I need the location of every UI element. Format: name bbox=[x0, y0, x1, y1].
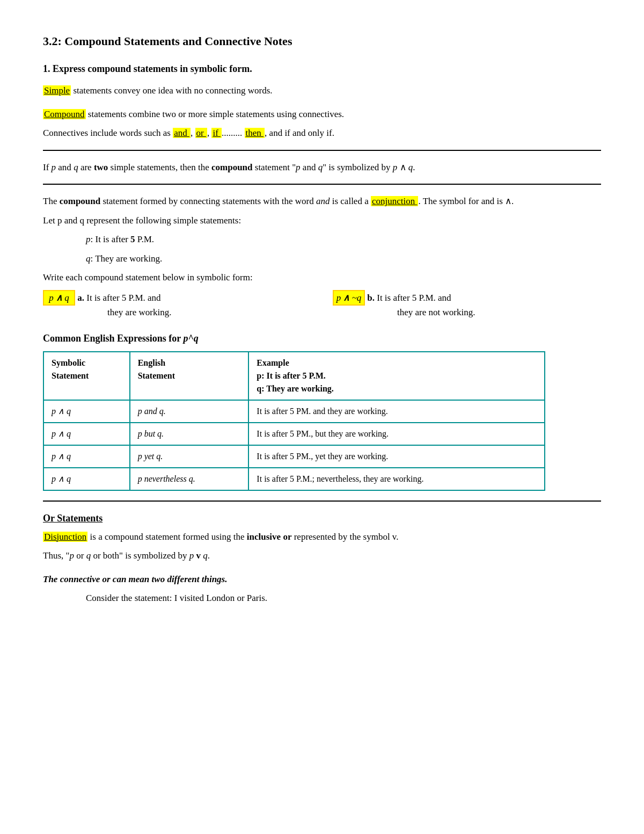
col3-header: Example p: It is after 5 P.M. q: They ar… bbox=[248, 352, 545, 400]
disjunction-bold: inclusive or bbox=[247, 532, 292, 542]
answer-b-label: b. It is after 5 P.M. and bbox=[367, 293, 451, 303]
table-row: p ∧ q p nevertheless q. It is after 5 P.… bbox=[43, 468, 545, 490]
connective-or: or bbox=[195, 128, 207, 138]
table-title: Common English Expressions for p^q bbox=[43, 331, 601, 346]
disjunction-label: Disjunction bbox=[43, 532, 87, 542]
table-cell-english: p yet q. bbox=[130, 445, 249, 468]
if-pq-text: If p and q are two simple statements, th… bbox=[43, 161, 601, 175]
compound-text: statements combine two or more simple st… bbox=[86, 109, 345, 119]
connective-heading-text: The connective or can mean two different… bbox=[43, 574, 227, 584]
table-cell-symbolic: p ∧ q bbox=[43, 423, 130, 445]
table-row: p ∧ q p and q. It is after 5 PM. and the… bbox=[43, 400, 545, 423]
table-section: Common English Expressions for p^q Symbo… bbox=[43, 331, 601, 491]
conjunction-label: conjunction bbox=[371, 196, 419, 206]
connectives-line: Connectives include words such as and , … bbox=[43, 126, 601, 140]
conjunction-section: The compound statement formed by connect… bbox=[43, 194, 601, 320]
answer-a-symbol: p ∧ q bbox=[43, 290, 75, 306]
or-section: Or Statements Disjunction is a compound … bbox=[43, 511, 601, 605]
simple-statement-line: Simple statements convey one idea with n… bbox=[43, 84, 601, 98]
disjunction-text2: represented by the symbol v. bbox=[294, 532, 399, 542]
table-cell-symbolic: p ∧ q bbox=[43, 445, 130, 468]
compound-label: Compound bbox=[43, 109, 86, 119]
table-cell-english: p but q. bbox=[130, 423, 249, 445]
answer-b-symbol: p ∧ ~q bbox=[333, 290, 365, 306]
table-cell-example: It is after 5 PM., yet they are working. bbox=[248, 445, 545, 468]
simple-label: Simple bbox=[43, 85, 71, 96]
compound-statement-line: Compound statements combine two or more … bbox=[43, 107, 601, 121]
conjunction-table: SymbolicStatement EnglishStatement Examp… bbox=[43, 351, 545, 491]
col3-p: p: It is after 5 P.M. bbox=[257, 371, 325, 380]
answers-row: p ∧ q a. It is after 5 P.M. and they are… bbox=[43, 290, 601, 320]
table-cell-symbolic: p ∧ q bbox=[43, 400, 130, 423]
table-cell-english: p and q. bbox=[130, 400, 249, 423]
answer-a-line2: they are working. bbox=[107, 306, 311, 320]
section1: 1. Express compound statements in symbol… bbox=[43, 62, 601, 140]
p-statement: p: It is after 5 P.M. bbox=[86, 233, 601, 246]
if-p-q-section: If p and q are two simple statements, th… bbox=[43, 161, 601, 175]
answer-a-label: a. It is after 5 P.M. and bbox=[77, 293, 160, 303]
table-cell-example: It is after 5 PM. and they are working. bbox=[248, 400, 545, 423]
page-title: 3.2: Compound Statements and Connective … bbox=[43, 32, 601, 50]
answer-a: p ∧ q a. It is after 5 P.M. and they are… bbox=[43, 290, 311, 320]
connectives-intro: Connectives include words such as bbox=[43, 128, 173, 138]
q-statement: q: They are working. bbox=[86, 252, 601, 266]
conjunction-intro-line: The compound statement formed by connect… bbox=[43, 194, 601, 208]
simple-text: statements convey one idea with no conne… bbox=[71, 85, 272, 96]
table-cell-example: It is after 5 P.M.; nevertheless, they a… bbox=[248, 468, 545, 490]
consider-statement: Consider the statement: I visited London… bbox=[86, 591, 601, 605]
col3-q: q: They are working. bbox=[257, 384, 333, 393]
connective-if: if bbox=[211, 128, 222, 138]
col2-header: EnglishStatement bbox=[130, 352, 249, 400]
disjunction-text1: is a compound statement formed using the bbox=[90, 532, 247, 542]
section1-heading: 1. Express compound statements in symbol… bbox=[43, 62, 601, 76]
table-row: p ∧ q p but q. It is after 5 PM., but th… bbox=[43, 423, 545, 445]
connective-heading: The connective or can mean two different… bbox=[43, 572, 601, 586]
divider3 bbox=[43, 501, 601, 502]
divider1 bbox=[43, 150, 601, 151]
col1-header: SymbolicStatement bbox=[43, 352, 130, 400]
disjunction-line: Disjunction is a compound statement form… bbox=[43, 530, 601, 544]
thus-line: Thus, "p or q or both" is symbolized by … bbox=[43, 549, 601, 563]
table-row: p ∧ q p yet q. It is after 5 PM., yet th… bbox=[43, 445, 545, 468]
write-line: Write each compound statement below in s… bbox=[43, 271, 601, 285]
answer-b: p ∧ ~q b. It is after 5 P.M. and they ar… bbox=[333, 290, 601, 320]
connective-and: and bbox=[173, 128, 191, 138]
col3-example-title: Example bbox=[257, 358, 289, 367]
answer-b-line2: they are not working. bbox=[397, 306, 601, 320]
table-cell-english: p nevertheless q. bbox=[130, 468, 249, 490]
let-line: Let p and q represent the following simp… bbox=[43, 214, 601, 228]
connective-then: then bbox=[245, 128, 265, 138]
table-cell-example: It is after 5 PM., but they are working. bbox=[248, 423, 545, 445]
table-cell-symbolic: p ∧ q bbox=[43, 468, 130, 490]
divider2 bbox=[43, 184, 601, 185]
or-section-title: Or Statements bbox=[43, 511, 601, 526]
